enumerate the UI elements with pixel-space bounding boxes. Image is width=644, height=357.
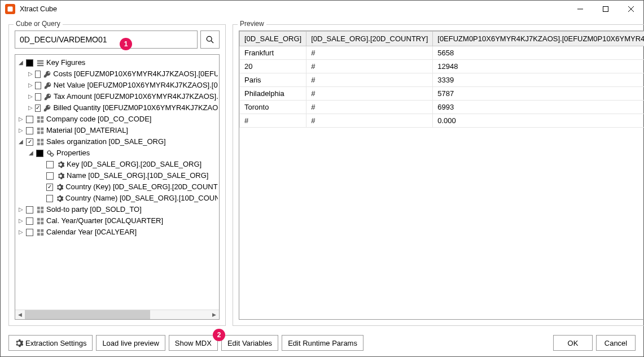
cube-search-input[interactable] bbox=[15, 31, 198, 49]
table-row[interactable]: 20#12948 bbox=[240, 60, 645, 73]
tree-node-cal-year-quarter[interactable]: ▷Cal. Year/Quarter [0CALQUARTER] bbox=[16, 215, 218, 227]
key-icon bbox=[43, 104, 51, 112]
table-cell: # bbox=[306, 73, 433, 87]
checkbox[interactable] bbox=[46, 161, 54, 168]
tree-node-prop-name[interactable]: Name [0D_SALE_ORG].[10D_SALE_ORG] bbox=[16, 170, 218, 181]
svg-line-15 bbox=[211, 41, 213, 43]
tree-node-tax-amount[interactable]: ▷Tax Amount [0EFUZM0P10X6YMYR4KJ7KZAOS].… bbox=[16, 91, 218, 102]
close-button[interactable] bbox=[618, 1, 643, 18]
gears-icon bbox=[46, 149, 54, 157]
key-icon bbox=[44, 81, 51, 89]
gear-icon bbox=[56, 160, 64, 168]
tree-node-sales-org[interactable]: ◢Sales organization [0D_SALE_ORG] bbox=[16, 136, 218, 147]
maximize-button[interactable] bbox=[593, 1, 618, 18]
minimize-button[interactable] bbox=[567, 1, 593, 18]
scroll-right-arrow[interactable]: ▶ bbox=[209, 310, 219, 319]
gear-icon bbox=[56, 183, 63, 191]
gear-icon bbox=[56, 172, 64, 180]
table-row[interactable]: Toronto#6993 bbox=[240, 101, 645, 114]
horizontal-scrollbar[interactable]: ◀ ▶ bbox=[15, 310, 219, 319]
table-header[interactable]: [0D_SALE_ORG].[20D_COUNTRY] bbox=[306, 32, 433, 46]
dimension-icon bbox=[36, 138, 44, 146]
tree-node-company-code[interactable]: ▷Company code [0D_CO_CODE] bbox=[16, 114, 218, 125]
tree-node-net-value[interactable]: ▷Net Value [0EFUZM0P10X6YMYR4KJ7KZAOS].[… bbox=[16, 80, 218, 91]
tree-container: ◢Key Figures ▷Costs [0EFUZM0P10X6YMYR4KJ… bbox=[15, 54, 220, 320]
preview-panel: Preview [0D_SALE_ORG] [0D_SALE_ORG].[20D… bbox=[233, 24, 644, 326]
table-cell: 20 bbox=[240, 60, 306, 73]
tree-node-calendar-year[interactable]: ▷Calendar Year [0CALYEAR] bbox=[16, 227, 218, 238]
table-cell: Paris bbox=[240, 73, 306, 87]
tree-node-prop-key[interactable]: Key [0D_SALE_ORG].[20D_SALE_ORG] bbox=[16, 159, 218, 170]
cube-query-label: Cube or Query bbox=[14, 20, 63, 28]
window-title: Xtract Cube bbox=[20, 5, 567, 13]
table-cell: 5658 bbox=[433, 46, 644, 60]
scroll-track[interactable] bbox=[25, 310, 209, 319]
search-icon bbox=[206, 36, 214, 43]
tree-node-prop-country-key[interactable]: Country (Key) [0D_SALE_ORG].[20D_COUNTRY… bbox=[16, 181, 218, 193]
edit-variables-button[interactable]: Edit Variables bbox=[221, 335, 278, 351]
checkbox[interactable] bbox=[35, 93, 41, 101]
key-icon bbox=[43, 70, 51, 78]
cube-query-panel: Cube or Query 1 ◢Key Figures ▷Costs [0EF… bbox=[8, 24, 226, 326]
checkbox[interactable] bbox=[26, 217, 33, 225]
table-cell: # bbox=[306, 101, 433, 114]
tree-node-costs[interactable]: ▷Costs [0EFUZM0P10X6YMYR4KJ7KZAOS].[0EFU… bbox=[16, 68, 218, 80]
table-cell: # bbox=[306, 87, 433, 101]
dimension-icon bbox=[36, 115, 44, 123]
checkbox[interactable] bbox=[26, 127, 33, 134]
table-cell: 6993 bbox=[433, 101, 644, 114]
checkbox[interactable] bbox=[35, 71, 41, 78]
table-row[interactable]: ##0.000 bbox=[240, 114, 645, 128]
table-header[interactable]: [0D_SALE_ORG] bbox=[240, 32, 306, 46]
table-cell: 3339 bbox=[433, 73, 644, 87]
tree-node-properties[interactable]: ◢Properties bbox=[16, 147, 218, 159]
checkbox[interactable] bbox=[26, 206, 33, 214]
cancel-button[interactable]: Cancel bbox=[596, 335, 636, 351]
gear-icon bbox=[56, 194, 63, 202]
preview-table: [0D_SALE_ORG] [0D_SALE_ORG].[20D_COUNTRY… bbox=[239, 31, 644, 128]
show-mdx-button[interactable]: Show MDX bbox=[169, 335, 218, 351]
checkbox[interactable] bbox=[26, 229, 33, 236]
scroll-thumb[interactable] bbox=[25, 310, 150, 319]
annotation-badge-1: 1 bbox=[120, 38, 132, 50]
dimension-icon bbox=[36, 127, 44, 134]
table-cell: # bbox=[306, 60, 433, 73]
tree-node-sold-to[interactable]: ▷Sold-to party [0D_SOLD_TO] bbox=[16, 204, 218, 215]
preview-label: Preview bbox=[238, 20, 266, 28]
search-button[interactable] bbox=[200, 31, 220, 49]
load-live-preview-button[interactable]: Load live preview bbox=[96, 335, 165, 351]
checkbox[interactable] bbox=[36, 150, 43, 157]
checkbox[interactable] bbox=[46, 172, 54, 180]
table-cell: 12948 bbox=[433, 60, 644, 73]
window: Xtract Cube Cube or Query 1 ◢Key Figures… bbox=[0, 0, 644, 357]
tree-node-billed-qty[interactable]: ▷Billed Quantity [0EFUZM0P10X6YMYR4KJ7KZ… bbox=[16, 102, 218, 114]
dimension-icon bbox=[36, 217, 44, 225]
tree-node-prop-country-name[interactable]: Country (Name) [0D_SALE_ORG].[10D_COUNTR… bbox=[16, 193, 218, 204]
svg-rect-11 bbox=[603, 7, 608, 12]
scroll-left-arrow[interactable]: ◀ bbox=[15, 310, 25, 319]
footer-toolbar: Extraction Settings Load live preview Sh… bbox=[1, 332, 643, 356]
table-cell: Toronto bbox=[240, 101, 306, 114]
gear-icon bbox=[15, 339, 23, 347]
checkbox[interactable] bbox=[35, 105, 41, 112]
checkbox[interactable] bbox=[26, 138, 33, 146]
svg-point-14 bbox=[207, 36, 212, 41]
table-row[interactable]: Frankfurt#5658 bbox=[240, 46, 645, 60]
checkbox[interactable] bbox=[46, 184, 53, 191]
tree[interactable]: ◢Key Figures ▷Costs [0EFUZM0P10X6YMYR4KJ… bbox=[15, 55, 219, 310]
key-icon bbox=[44, 93, 51, 101]
extraction-settings-button[interactable]: Extraction Settings bbox=[8, 335, 93, 351]
ok-button[interactable]: OK bbox=[553, 335, 593, 351]
table-header[interactable]: [0EFUZM0P10X6YMYR4KJ7KZAOS].[0EFUZM0P10X… bbox=[433, 32, 644, 46]
table-row[interactable]: Paris#3339 bbox=[240, 73, 645, 87]
checkbox[interactable] bbox=[35, 82, 41, 89]
checkbox[interactable] bbox=[26, 116, 33, 123]
tree-node-material[interactable]: ▷Material [0D_MATERIAL] bbox=[16, 125, 218, 136]
table-row[interactable]: Philadelphia#5787 bbox=[240, 87, 645, 101]
table-cell: 0.000 bbox=[433, 114, 644, 128]
preview-table-container: [0D_SALE_ORG] [0D_SALE_ORG].[20D_COUNTRY… bbox=[239, 31, 644, 320]
tree-node-key-figures[interactable]: ◢Key Figures bbox=[16, 57, 218, 68]
edit-runtime-params-button[interactable]: Edit Runtime Params bbox=[282, 335, 363, 351]
checkbox[interactable] bbox=[26, 59, 33, 67]
checkbox[interactable] bbox=[46, 195, 53, 202]
